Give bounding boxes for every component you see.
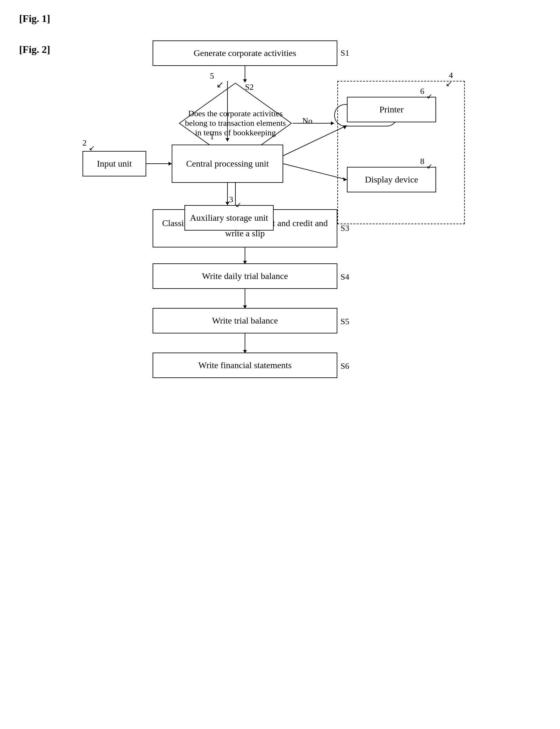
input-unit-text: Input unit (97, 159, 132, 169)
svg-marker-14 (169, 162, 172, 166)
display-text: Display device (365, 175, 418, 185)
ref-2-arrow: ↙ (89, 144, 95, 152)
input-unit-box: Input unit (83, 151, 146, 177)
cpu-text: Central processing unit (186, 159, 269, 169)
display-box: Display device (347, 167, 436, 192)
step-s6-text: Write financial statements (198, 360, 292, 370)
ref-8-arrow: ↙ (427, 162, 432, 170)
ref-5: 5 (210, 71, 214, 81)
step-s4-label: S4 (341, 272, 349, 282)
aux-storage-box: Auxiliary storage unit (184, 205, 274, 231)
fig1-section: [Fig. 1] Generate corporate acti (19, 13, 541, 25)
step-s6-label: S6 (341, 362, 349, 371)
step-s5-text: Write trial balance (212, 316, 278, 326)
ref-2: 2 (83, 138, 87, 148)
ref-5-arrow-indicator: ↙ (216, 79, 224, 90)
printer-box: Printer (347, 97, 436, 122)
ref-4-arrow: ↙ (446, 79, 452, 88)
ref-1: 1 (210, 132, 214, 141)
step-s4-text: Write daily trial balance (202, 271, 288, 281)
ref-6: 6 (420, 87, 424, 96)
step-s6-box: Write financial statements (153, 353, 337, 378)
fig2-section: [Fig. 2] 5 ↙ 4 ↙ (19, 44, 541, 247)
ref-4: 4 (449, 71, 453, 80)
ref-8: 8 (420, 157, 424, 166)
fig1-label: [Fig. 1] (19, 13, 541, 25)
step-s5-box: Write trial balance (153, 308, 337, 334)
ref-3: 3 (229, 195, 233, 205)
fig2-label: [Fig. 2] (19, 44, 541, 55)
ref-6-arrow: ↙ (427, 92, 432, 100)
step-s5-label: S5 (341, 317, 349, 327)
svg-marker-23 (226, 138, 229, 141)
fig2-diagram: 5 ↙ 4 ↙ Input unit 2 ↙ Central processin… (73, 62, 487, 247)
ref-3-arrow: ↙ (235, 201, 241, 209)
aux-storage-text: Auxiliary storage unit (190, 213, 268, 223)
printer-text: Printer (379, 105, 404, 115)
cpu-box: Central processing unit (172, 145, 283, 183)
step-s4-box: Write daily trial balance (153, 264, 337, 289)
